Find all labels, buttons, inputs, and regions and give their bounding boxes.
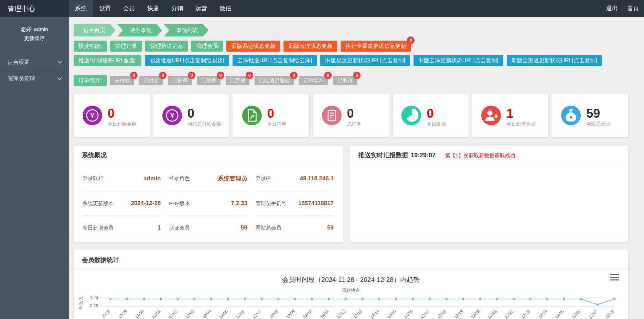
system-cell-value: 59 bbox=[241, 224, 247, 231]
svg-text:12/19: 12/19 bbox=[453, 309, 464, 319]
svg-text:12/04: 12/04 bbox=[201, 309, 212, 319]
chevron-down-icon bbox=[57, 59, 62, 64]
stat-card-value: 0 bbox=[267, 107, 287, 120]
order-status-chip[interactable]: 已接单0 bbox=[168, 76, 192, 85]
refresh-cache-link[interactable]: 更新缓存 bbox=[0, 34, 69, 43]
breadcrumb-item[interactable]: 后台首页 bbox=[74, 24, 116, 36]
sidebar-item-管理员管理[interactable]: 管理员管理 bbox=[0, 71, 69, 87]
svg-text:12/03: 12/03 bbox=[184, 309, 195, 319]
order-status-chip[interactable]: 已付款0 bbox=[139, 76, 163, 85]
copy-url-button[interactable]: 易达推送URL[点击复制给易达] bbox=[145, 55, 229, 66]
svg-text:12/09: 12/09 bbox=[285, 309, 296, 319]
system-cell-value: 59 bbox=[327, 224, 334, 231]
stat-card: 0总订单 bbox=[313, 94, 389, 137]
system-row: 系统更新版本2024-12-28PHP版本7.2.33管理员手机号1557411… bbox=[78, 191, 338, 216]
app-title: 管理中心 bbox=[0, 0, 69, 17]
quick-action-button[interactable]: 管理会员 bbox=[191, 41, 223, 52]
chart-menu-icon[interactable] bbox=[610, 274, 619, 280]
svg-text:12/25: 12/25 bbox=[554, 309, 565, 319]
stat-card-label: 今日付款金额 bbox=[108, 121, 137, 127]
order-status-chip[interactable]: 订单异常0 bbox=[299, 76, 328, 85]
svg-text:12/06: 12/06 bbox=[235, 309, 246, 319]
breadcrumb: 后台首页待办事项事项列表 bbox=[74, 24, 628, 36]
sidebar-menu: 后台设置管理员管理 bbox=[0, 54, 69, 87]
system-cell: 系统更新版本2024-12-28 bbox=[83, 191, 161, 216]
yen-circle-icon: ¥ bbox=[83, 106, 102, 125]
svg-text:12/07: 12/07 bbox=[251, 309, 262, 319]
copy-url-button[interactable]: 旧版云洋更新状态URL[点击复制] bbox=[414, 55, 503, 66]
breadcrumb-item[interactable]: 事项列表 bbox=[164, 24, 208, 36]
svg-text:12/16: 12/16 bbox=[403, 309, 414, 319]
order-stats-label: 订单统计: bbox=[74, 75, 107, 86]
count-badge: 0 bbox=[159, 72, 167, 79]
system-cell: 登录IP49.118.246.1 bbox=[256, 166, 334, 191]
stat-card-value: 0 bbox=[347, 107, 362, 120]
copy-url-button[interactable]: 云洋推送URL[点击复制给云洋] bbox=[233, 55, 317, 66]
system-row: 登录账户admin登录角色系统管理员登录IP49.118.246.1 bbox=[78, 166, 338, 191]
document-icon bbox=[242, 106, 262, 125]
system-cell-value: 7.2.33 bbox=[231, 200, 247, 207]
push-report-status: 第【1】次获取新数据获取成功... bbox=[445, 152, 519, 158]
yen-circle-icon: ¥ bbox=[162, 106, 182, 125]
stat-card-body: 0网站总付款金额 bbox=[187, 104, 221, 127]
stat-card: 0今日提现 bbox=[393, 94, 469, 137]
system-cell: 今日新增会员1 bbox=[83, 216, 161, 240]
system-cell: 认证会员59 bbox=[169, 216, 247, 240]
stat-card-label: 今日提现 bbox=[427, 121, 446, 127]
pie-chart-icon bbox=[401, 106, 421, 125]
nav-right-item[interactable]: 首页 bbox=[623, 0, 644, 17]
order-status-chip[interactable]: 已取件0 bbox=[197, 76, 221, 85]
sidebar-item-后台设置[interactable]: 后台设置 bbox=[0, 54, 69, 71]
list-icon bbox=[322, 106, 342, 125]
count-badge: 0 bbox=[407, 36, 415, 44]
system-cell-label: 系统更新版本 bbox=[83, 200, 114, 207]
svg-text:12/18: 12/18 bbox=[437, 309, 447, 319]
svg-text:11/30: 11/30 bbox=[134, 309, 145, 319]
nav-item-设置[interactable]: 设置 bbox=[93, 0, 117, 17]
top-navbar: 管理中心 系统设置会员快递分销运营微信 退出首页 bbox=[0, 0, 644, 17]
system-cell-label: 登录账户 bbox=[83, 175, 103, 182]
stat-card-value: 59 bbox=[586, 107, 610, 120]
system-cell: 管理员手机号15574116817 bbox=[256, 191, 334, 216]
main-area: 后台首页待办事项事项列表 快捷功能:管理订单管理推送消息管理会员旧版易达状态更新… bbox=[69, 17, 644, 319]
order-status-chip[interactable]: 已取消0 bbox=[333, 76, 357, 85]
nav-item-快递[interactable]: 快递 bbox=[141, 0, 165, 17]
chart-title: 会员时间段（2024-11-28 - 2024-12-28）内趋势 bbox=[78, 275, 624, 284]
push-config-row: 推送/计划任务URL配置:易达推送URL[点击复制给易达]云洋推送URL[点击复… bbox=[74, 55, 628, 66]
svg-text:12/14: 12/14 bbox=[369, 309, 380, 319]
stat-card-label: 今日新增会员 bbox=[506, 121, 535, 127]
svg-text:12/26: 12/26 bbox=[571, 309, 581, 319]
push-report-title: 推送实时汇报数据 bbox=[358, 152, 408, 159]
status-update-button[interactable]: 执行全渠道推送信息更新0 bbox=[341, 41, 411, 52]
order-status-chip[interactable]: 未付款0 bbox=[110, 76, 134, 85]
stat-card: ¥0网站总付款金额 bbox=[153, 94, 229, 137]
stat-card-label: 今日订单 bbox=[267, 121, 287, 127]
count-badge: 0 bbox=[353, 72, 361, 79]
member-stats-title: 会员数据统计 bbox=[74, 250, 628, 270]
quick-action-button[interactable]: 管理订单 bbox=[110, 41, 142, 52]
nav-item-系统[interactable]: 系统 bbox=[69, 0, 93, 17]
status-update-button[interactable]: 旧版云洋状态更新 bbox=[283, 41, 337, 52]
count-badge: 0 bbox=[217, 72, 224, 79]
status-update-button[interactable]: 旧版易达状态更新 bbox=[226, 41, 280, 52]
breadcrumb-item[interactable]: 待办事项 bbox=[117, 24, 162, 36]
stat-card: 1今日新增会员 bbox=[472, 94, 548, 137]
nav-item-会员[interactable]: 会员 bbox=[117, 0, 141, 17]
nav-item-分销[interactable]: 分销 bbox=[165, 0, 189, 17]
svg-text:12/22: 12/22 bbox=[504, 309, 514, 319]
nav-right-items: 退出首页 bbox=[601, 0, 644, 17]
svg-text:12/21: 12/21 bbox=[487, 309, 497, 319]
quick-actions-label: 快捷功能: bbox=[74, 41, 107, 52]
nav-item-微信[interactable]: 微信 bbox=[213, 0, 237, 17]
copy-url-button[interactable]: 新版全渠道更新状态URL[点击复制] bbox=[507, 55, 602, 66]
sidebar-item-label: 后台设置 bbox=[8, 59, 30, 66]
nav-right-item[interactable]: 退出 bbox=[601, 0, 623, 17]
order-status-chip[interactable]: 已完成0 bbox=[226, 76, 249, 85]
svg-text:12/02: 12/02 bbox=[168, 309, 178, 319]
svg-text:12/23: 12/23 bbox=[520, 309, 531, 319]
sidebar-item-label: 管理员管理 bbox=[8, 75, 35, 83]
nav-item-运营[interactable]: 运营 bbox=[189, 0, 213, 17]
quick-action-button[interactable]: 管理推送消息 bbox=[145, 41, 188, 52]
copy-url-button[interactable]: 旧版易达更新状态URL[点击复制] bbox=[320, 55, 410, 66]
order-status-chip[interactable]: 已取消已退款0 bbox=[255, 76, 294, 85]
